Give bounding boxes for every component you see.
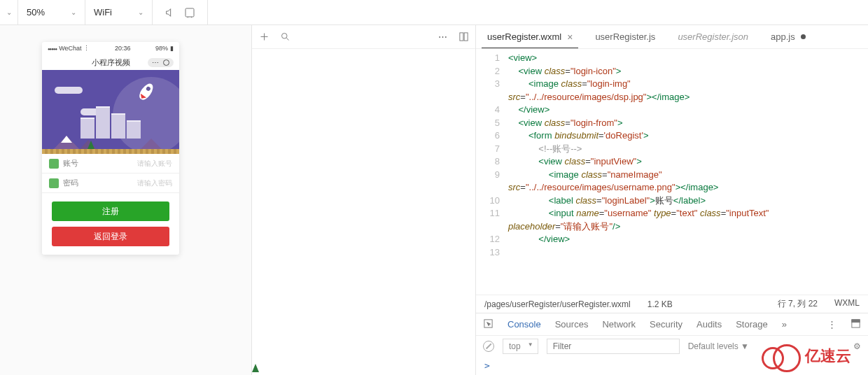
close-icon[interactable]: × <box>567 31 573 43</box>
file-path: /pages/userRegister/userRegister.wxml <box>484 299 631 309</box>
wifi-icon: ⋮ <box>83 45 90 52</box>
devtools-tabs: Console Sources Network Security Audits … <box>476 313 868 335</box>
battery-label: 98% <box>155 45 168 52</box>
chevron-down-icon: ⌄ <box>71 8 76 16</box>
watermark-text: 亿速云 <box>805 346 851 367</box>
file-tree: ▼pages ▼userRegister JSuserRegister.js {… <box>252 46 259 372</box>
password-placeholder: 请输入密码 <box>137 178 172 188</box>
dock-icon[interactable] <box>850 318 861 331</box>
editor-pane: userRegister.wxml× userRegister.js userR… <box>476 25 868 375</box>
tab-security[interactable]: Security <box>650 319 682 330</box>
account-label: 账号 <box>63 158 78 169</box>
network-select[interactable]: WiFi ⌄ <box>85 0 153 24</box>
cut-icon[interactable] <box>181 7 199 18</box>
line-gutter: 123 456789 1011 1213 <box>476 49 507 295</box>
zoom-select[interactable]: 50% ⌄ <box>18 0 85 24</box>
phone-time: 20:36 <box>115 45 131 52</box>
svg-rect-6 <box>852 319 860 322</box>
back-button-label: 返回登录 <box>94 231 127 243</box>
image-icon <box>255 218 259 225</box>
account-placeholder: 请输入账号 <box>137 159 172 169</box>
tab-network[interactable]: Network <box>602 319 636 330</box>
register-button[interactable]: 注册 <box>52 201 169 221</box>
register-button-label: 注册 <box>102 206 119 218</box>
phone-simulator: WeChat ⋮ 20:36 98%▮ 小程序视频 ⋯ 账号 请输入账号 <box>42 42 179 255</box>
user-icon <box>49 159 59 169</box>
tree-scrollbar[interactable] <box>252 51 254 247</box>
more-tabs-icon[interactable]: » <box>782 319 787 330</box>
tab-label: app.js <box>771 31 795 42</box>
levels-value: Default levels <box>688 341 738 351</box>
tab-label: userRegister.wxml <box>487 31 561 42</box>
svg-rect-3 <box>464 33 468 41</box>
scope-select[interactable]: top <box>503 339 538 354</box>
zoom-value: 50% <box>27 7 45 17</box>
code-content: <view> <view class="login-icon"> <image … <box>507 49 868 295</box>
svg-point-1 <box>281 34 287 39</box>
image-icon <box>255 250 259 257</box>
code-editor[interactable]: 123 456789 1011 1213 <view> <view class=… <box>476 49 868 295</box>
tab-storage[interactable]: Storage <box>736 319 768 330</box>
chevron-down-icon: ⌄ <box>138 8 144 16</box>
cursor-position: 行 7, 列 22 <box>778 298 818 310</box>
back-login-button[interactable]: 返回登录 <box>52 227 169 246</box>
more-icon[interactable]: ⋯ <box>435 31 450 42</box>
levels-select[interactable]: Default levels ▼ <box>688 341 749 351</box>
editor-tabs: userRegister.wxml× userRegister.js userR… <box>476 25 868 49</box>
battery-icon: ▮ <box>170 45 174 52</box>
network-value: WiFi <box>94 7 112 17</box>
simulator-pane: WeChat ⋮ 20:36 98%▮ 小程序视频 ⋯ 账号 请输入账号 <box>0 25 252 375</box>
file-size: 1.2 KB <box>648 299 673 309</box>
file-toolbar: ⋯ <box>252 25 475 49</box>
top-toolbar: ⌄ 50% ⌄ WiFi ⌄ <box>0 0 868 25</box>
tab-userRegister-json[interactable]: userRegister.json <box>666 25 760 48</box>
chevron-down-icon: ⌄ <box>6 8 12 16</box>
image-icon <box>255 234 259 241</box>
carrier-label: WeChat <box>59 45 81 52</box>
target-icon <box>163 59 169 66</box>
settings-gear-icon[interactable]: ⚙ <box>853 341 861 351</box>
image-icon <box>255 202 259 209</box>
tab-sources[interactable]: Sources <box>555 319 589 330</box>
search-button[interactable] <box>277 31 293 42</box>
split-pane-icon[interactable] <box>456 31 471 42</box>
tab-app-js[interactable]: app.js <box>760 25 817 48</box>
password-label: 密码 <box>63 178 78 188</box>
phone-statusbar: WeChat ⋮ 20:36 98%▮ <box>42 42 179 55</box>
devtools-menu-icon[interactable]: ⋮ <box>827 319 836 330</box>
lock-icon <box>49 178 59 188</box>
tab-label: userRegister.json <box>678 31 748 42</box>
password-row[interactable]: 密码 请输入密码 <box>42 174 179 193</box>
signal-icon <box>48 45 57 52</box>
svg-rect-0 <box>186 8 194 17</box>
account-row[interactable]: 账号 请输入账号 <box>42 154 179 174</box>
new-file-button[interactable] <box>256 31 272 42</box>
editor-statusline: /pages/userRegister/userRegister.wxml 1.… <box>476 295 868 313</box>
capsule-button[interactable]: ⋯ <box>148 58 174 67</box>
image-icon <box>255 186 259 193</box>
page-title: 小程序视频 <box>92 57 130 68</box>
tab-audits[interactable]: Audits <box>696 319 722 330</box>
filter-input[interactable] <box>547 339 680 354</box>
unsaved-dot-icon <box>801 34 806 39</box>
tab-userRegister-wxml[interactable]: userRegister.wxml× <box>476 25 584 48</box>
svg-rect-2 <box>459 33 463 41</box>
language-mode[interactable]: WXML <box>834 298 860 310</box>
tab-label: userRegister.js <box>595 31 655 42</box>
login-image <box>42 70 179 154</box>
phone-navbar: 小程序视频 ⋯ <box>42 55 179 70</box>
cloud-icon <box>762 344 801 368</box>
watermark-logo: 亿速云 <box>762 344 851 368</box>
toolbar-dropdown-left[interactable]: ⌄ <box>0 0 18 24</box>
scope-value: top <box>509 341 521 351</box>
tab-console[interactable]: Console <box>507 319 541 330</box>
clear-console-icon[interactable] <box>483 341 494 352</box>
tab-userRegister-js[interactable]: userRegister.js <box>584 25 666 48</box>
inspect-icon[interactable] <box>483 318 493 331</box>
mute-icon[interactable] <box>161 7 179 18</box>
file-explorer-pane: ⋯ ▼pages ▼userRegister JSuserRegister.js… <box>252 25 476 375</box>
